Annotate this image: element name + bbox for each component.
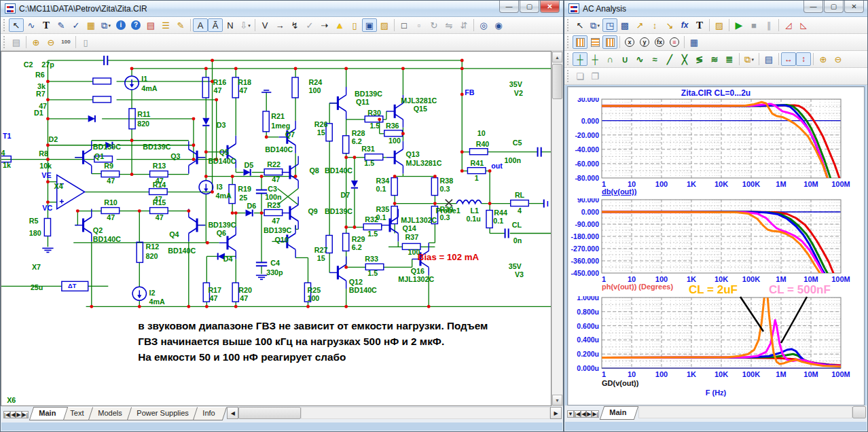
minimize-button[interactable]: — (499, 1, 519, 13)
show-conditions-icon[interactable]: ✓ (302, 18, 317, 32)
panel-vertical-stripes-icon[interactable] (573, 35, 587, 49)
page-view-icon[interactable]: ▯ (78, 35, 93, 49)
db-plot[interactable]: 30.0000.000-20.000-40.000-60.000-80.0001… (568, 98, 864, 187)
zoom-y-mode-icon[interactable]: ↕ (647, 18, 662, 32)
y-axis-settings-icon[interactable]: y (637, 35, 652, 49)
go-to-valley-icon[interactable]: ∪ (617, 52, 632, 66)
maximize-button[interactable]: ▢ (824, 1, 844, 13)
graph-properties-icon[interactable]: ▩ (617, 18, 632, 32)
model-editor-icon[interactable]: ▤ (143, 18, 158, 32)
tab-main[interactable]: Main (29, 407, 69, 420)
show-pin-connections-icon[interactable]: ⇢ (317, 18, 332, 32)
vertical-scrollbar[interactable]: ▲ ▼ (551, 51, 563, 406)
nav-button-0[interactable]: |◀ (3, 411, 10, 418)
cursor-track-icon[interactable]: ┼ (587, 52, 602, 66)
edit-notes-icon[interactable]: ✎ (173, 18, 188, 32)
show-attribute-text-icon[interactable]: A (193, 18, 208, 32)
curve-family-icon[interactable]: ≋ (707, 52, 722, 66)
tile-windows-icon[interactable]: ❐ (587, 69, 602, 83)
component-browser-icon[interactable]: ▦ (84, 18, 98, 32)
show-border-icon[interactable]: ▯ (347, 18, 362, 32)
line-mode-icon[interactable]: ✎ (54, 18, 69, 32)
region-inactive-icon[interactable]: ▫ (412, 18, 427, 32)
scroll-down-icon[interactable]: ▼ (552, 395, 562, 406)
hscroll-right-icon[interactable]: ▶ (550, 407, 562, 419)
plot-properties-icon[interactable]: ▨ (712, 18, 727, 32)
show-node-voltages-icon[interactable]: V (257, 18, 272, 32)
zoom-out-icon[interactable]: ⊖ (831, 52, 846, 66)
x-axis-settings-icon[interactable]: x (622, 35, 637, 49)
horizontal-scrollbar[interactable]: ◀ ▶ (227, 407, 562, 419)
schematic-canvas[interactable]: C227pR63kR747D1D2R810kR41kT1VEX4VCR5180X… (1, 51, 551, 406)
scroll-thumb[interactable] (552, 64, 562, 99)
select-tool-icon[interactable]: ↖ (573, 18, 587, 32)
maximize-button[interactable]: ▢ (520, 1, 539, 13)
nav-button-3[interactable]: ▶| (22, 411, 29, 418)
gray-paste-icon[interactable]: ⇩▾ (238, 18, 253, 32)
limits-dialog-icon[interactable]: ◿ (781, 18, 796, 32)
zoom-window-mode-icon[interactable]: ◳ (602, 18, 617, 32)
go-to-inflection-icon[interactable]: ╳ (677, 52, 692, 66)
y-range-mode-icon[interactable]: ↕ (796, 52, 811, 66)
info-mode-icon[interactable]: i (113, 18, 128, 32)
text-mode-icon[interactable]: T (692, 18, 707, 32)
minimize-button[interactable]: — (803, 1, 823, 13)
wire-mode-icon[interactable]: ∿ (24, 18, 39, 32)
watch-list-icon[interactable]: ▤ (761, 52, 776, 66)
zoom-percent-icon[interactable]: 100 (58, 35, 73, 49)
properties-icon[interactable]: ▨ (377, 18, 392, 32)
tab-main[interactable]: Main (599, 406, 638, 420)
show-grid-text-icon[interactable]: Ã (208, 18, 223, 32)
panel-overlay-stripes-icon[interactable] (602, 35, 617, 49)
nav-button-0[interactable]: ▼ (567, 410, 574, 418)
tab-info[interactable]: Info (193, 407, 228, 420)
flip-horizontal-icon[interactable]: ⇋ (441, 18, 456, 32)
go-to-slope-icon[interactable]: ╱ (662, 52, 677, 66)
numeric-output-icon[interactable]: ▦ (687, 35, 702, 49)
nav-button-1[interactable]: |◀ (574, 410, 581, 418)
text-mode-icon[interactable]: T (39, 18, 54, 32)
hscroll-left-icon[interactable]: ◀ (227, 407, 238, 419)
tab-power-supplies[interactable]: Power Supplies (126, 407, 200, 420)
show-warnings-icon[interactable]: ▲ (332, 18, 347, 32)
curve-branch-icon[interactable]: ≣ (722, 52, 737, 66)
info-pane-icon[interactable]: ▤ (9, 35, 24, 49)
region-box-icon[interactable]: □ (397, 18, 412, 32)
text-page-icon[interactable]: ☰ (158, 18, 173, 32)
close-button[interactable]: ✕ (844, 1, 864, 13)
scroll-up-icon[interactable]: ▲ (552, 52, 562, 62)
help-mode-icon[interactable]: ? (128, 18, 143, 32)
panel-horizontal-stripes-icon[interactable] (587, 35, 602, 49)
stepping-dialog-icon[interactable]: ◺ (796, 18, 811, 32)
find-next-icon[interactable]: ◉ (491, 18, 506, 32)
schematic-titlebar[interactable]: C:\MC11\DATA\Petrov\Zita\Zita.CIR — ▢ ✕ (1, 1, 563, 17)
go-to-crossing-icon[interactable]: ≶ (692, 52, 707, 66)
zoom-in-icon[interactable]: ⊕ (29, 35, 43, 49)
plot-hscroll-thumb[interactable] (852, 406, 866, 418)
show-power-icon[interactable]: ↯ (287, 18, 302, 32)
spline-mode-icon[interactable]: ✓ (69, 18, 84, 32)
fx-axis-settings-icon[interactable]: fx (652, 35, 667, 49)
stop-icon[interactable]: ■ (746, 18, 761, 32)
copy-to-clipboard-icon[interactable]: ⧉▾ (742, 52, 757, 66)
select-tool-icon[interactable]: ↖ (9, 18, 24, 32)
flip-vertical-icon[interactable]: ⇵ (456, 18, 471, 32)
pause-icon[interactable]: ∥ (761, 18, 776, 32)
clipboard-dropdown-icon[interactable]: ⧉▾ (98, 18, 113, 32)
group-delay-plot[interactable]: 1.000u0.800u0.600u0.400u0.200u0.000u1101… (568, 296, 864, 379)
go-to-low-icon[interactable]: ≈ (647, 52, 662, 66)
go-to-high-icon[interactable]: ∿ (632, 52, 647, 66)
analysis-titlebar[interactable]: AC Analysis — ▢ ✕ (564, 1, 867, 17)
run-icon[interactable]: ▶ (731, 18, 746, 32)
select-box-mode-icon[interactable]: ▣ (362, 18, 377, 32)
zoom-in-icon[interactable]: ⊕ (816, 52, 831, 66)
show-currents-icon[interactable]: → (272, 18, 287, 32)
go-to-peak-icon[interactable]: ∩ (602, 52, 617, 66)
fx-mode-icon[interactable]: fx (677, 18, 692, 32)
nav-button-4[interactable]: ▶| (592, 410, 598, 418)
cascade-windows-icon[interactable]: ❏ (573, 69, 587, 83)
cursor-mode-icon[interactable]: ┼ (573, 52, 587, 66)
pan-mode-icon[interactable]: ↘ (662, 18, 677, 32)
find-icon[interactable]: ◎ (476, 18, 491, 32)
hscroll-thumb[interactable] (238, 407, 301, 419)
